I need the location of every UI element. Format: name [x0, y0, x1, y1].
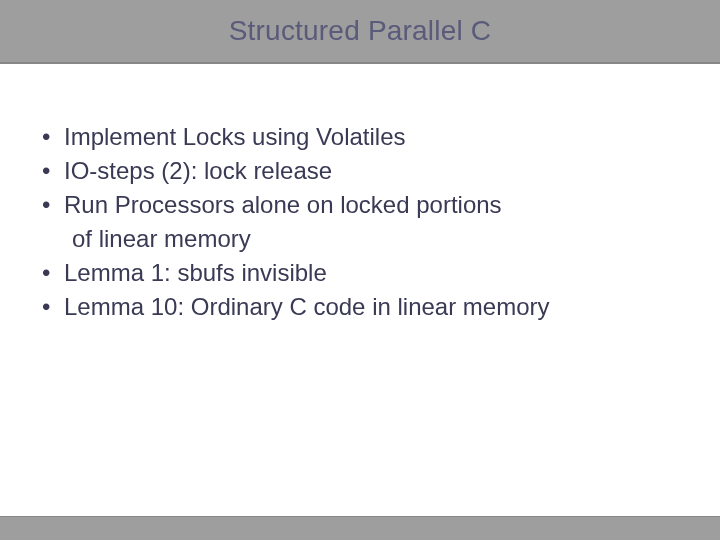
bullet-text-line2: of linear memory [64, 222, 684, 256]
bullet-text: Implement Locks using Volatiles [64, 123, 406, 150]
bullet-text: Lemma 1: sbufs invisible [64, 259, 327, 286]
title-band: Structured Parallel C [0, 0, 720, 64]
bullet-text: Run Processors alone on locked portions [64, 191, 502, 218]
slide: Structured Parallel C Implement Locks us… [0, 0, 720, 540]
bullet-text: IO-steps (2): lock release [64, 157, 332, 184]
list-item: IO-steps (2): lock release [36, 154, 684, 188]
bullet-list: Implement Locks using Volatiles IO-steps… [36, 120, 684, 324]
list-item: Run Processors alone on locked portions … [36, 188, 684, 256]
slide-content: Implement Locks using Volatiles IO-steps… [36, 120, 684, 324]
list-item: Implement Locks using Volatiles [36, 120, 684, 154]
bottom-band [0, 516, 720, 540]
list-item: Lemma 1: sbufs invisible [36, 256, 684, 290]
bullet-text: Lemma 10: Ordinary C code in linear memo… [64, 293, 550, 320]
slide-title: Structured Parallel C [229, 15, 492, 47]
list-item: Lemma 10: Ordinary C code in linear memo… [36, 290, 684, 324]
